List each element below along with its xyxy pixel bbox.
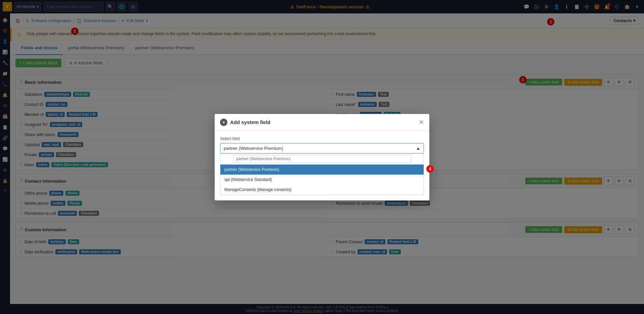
modal-plus-icon: + xyxy=(220,119,227,126)
modal-title: + Add system field xyxy=(220,119,270,126)
dropdown-option-1[interactable]: api (Webservice Standard) xyxy=(220,175,424,185)
annotation-4: 4 xyxy=(426,165,434,173)
select-field-wrapper: partner (Webservice Premium) ▲ 4 partner… xyxy=(220,143,424,195)
select-field-label: Select field xyxy=(220,136,424,141)
modal-title-text: Add system field xyxy=(230,119,270,125)
select-field-display[interactable]: partner (Webservice Premium) ▲ xyxy=(220,143,424,153)
dropdown-search-wrap xyxy=(220,153,424,165)
select-chevron-icon: ▲ xyxy=(416,146,420,151)
dropdown-option-2[interactable]: ManageConsents (Manage consents) xyxy=(220,185,424,195)
select-display-value: partner (Webservice Premium) xyxy=(224,146,283,151)
modal-header: + Add system field ✕ xyxy=(215,114,429,131)
modal-close-button[interactable]: ✕ xyxy=(419,119,424,126)
modal-overlay[interactable]: + Add system field ✕ Select field partne… xyxy=(0,0,644,314)
modal-body: Select field partner (Webservice Premium… xyxy=(215,131,429,200)
select-dropdown-list: 4 partner (Webservice Premium) api (Webs… xyxy=(220,153,424,195)
add-system-field-modal: + Add system field ✕ Select field partne… xyxy=(215,114,429,200)
dropdown-search-input[interactable] xyxy=(233,155,411,163)
dropdown-option-0[interactable]: partner (Webservice Premium) xyxy=(220,165,424,175)
